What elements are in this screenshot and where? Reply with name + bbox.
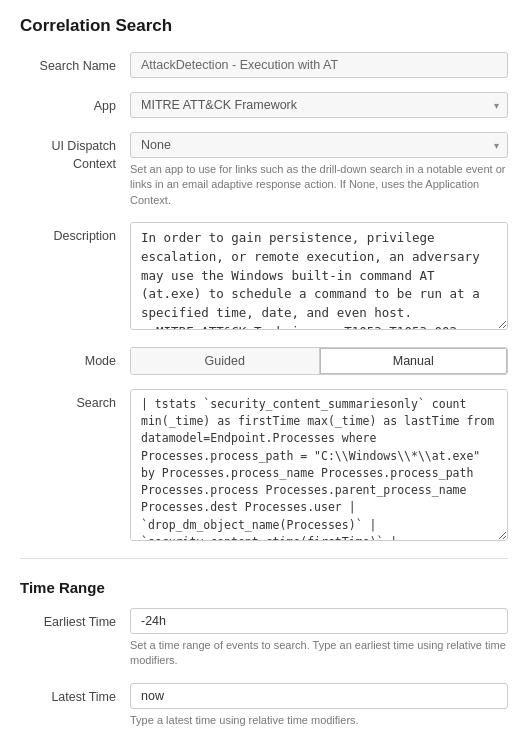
app-wrap: MITRE ATT&CK Framework ▾ [130,92,508,118]
search-name-row: Search Name [20,52,508,78]
ui-dispatch-label: UI Dispatch Context [20,132,130,173]
latest-time-hint: Type a latest time using relative time m… [130,713,508,728]
ui-dispatch-select-wrap: None ▾ [130,132,508,158]
mode-label: Mode [20,347,130,371]
earliest-time-label: Earliest Time [20,608,130,632]
time-range-title: Time Range [20,579,508,596]
mode-manual-button[interactable]: Manual [320,348,508,374]
search-wrap [130,389,508,544]
ui-dispatch-row: UI Dispatch Context None ▾ Set an app to… [20,132,508,208]
description-row: Description [20,222,508,333]
search-label: Search [20,389,130,413]
mode-wrap: Guided Manual [130,347,508,375]
search-name-input[interactable] [130,52,508,78]
ui-dispatch-select[interactable]: None [130,132,508,158]
search-name-label: Search Name [20,52,130,76]
description-input[interactable] [130,222,508,330]
app-select[interactable]: MITRE ATT&CK Framework [130,92,508,118]
mode-row: Mode Guided Manual [20,347,508,375]
latest-time-row: Latest Time Type a latest time using rel… [20,683,508,728]
page-title: Correlation Search [20,16,508,36]
earliest-time-input[interactable] [130,608,508,634]
search-input[interactable] [130,389,508,541]
description-wrap [130,222,508,333]
description-label: Description [20,222,130,246]
earliest-time-hint: Set a time range of events to search. Ty… [130,638,508,669]
mode-guided-button[interactable]: Guided [131,348,320,374]
app-select-wrap: MITRE ATT&CK Framework ▾ [130,92,508,118]
latest-time-label: Latest Time [20,683,130,707]
latest-time-input[interactable] [130,683,508,709]
earliest-time-wrap: Set a time range of events to search. Ty… [130,608,508,669]
app-row: App MITRE ATT&CK Framework ▾ [20,92,508,118]
search-row: Search [20,389,508,544]
ui-dispatch-wrap: None ▾ Set an app to use for links such … [130,132,508,208]
app-label: App [20,92,130,116]
ui-dispatch-hint: Set an app to use for links such as the … [130,162,508,208]
section-divider [20,558,508,559]
mode-toggle-group: Guided Manual [130,347,508,375]
latest-time-wrap: Type a latest time using relative time m… [130,683,508,728]
search-name-wrap [130,52,508,78]
earliest-time-row: Earliest Time Set a time range of events… [20,608,508,669]
